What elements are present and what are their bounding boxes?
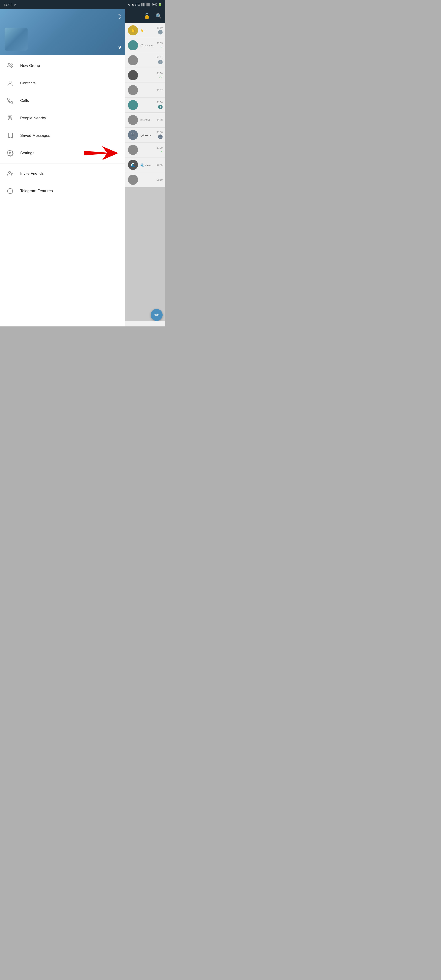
chat-time: 13:39: [157, 26, 163, 29]
chat-meta: 13:22 ?: [157, 56, 163, 64]
sidebar-item-saved-messages[interactable]: Saved Messages: [0, 127, 125, 144]
chat-item[interactable]: BeeMedi... 11:39: [125, 113, 165, 127]
chat-badge: 3: [158, 105, 163, 109]
chat-info: مصطفی: [140, 133, 155, 137]
sidebar-item-calls[interactable]: Calls: [0, 92, 125, 110]
avatar: 🌊: [128, 160, 138, 170]
chat-meta: 10:45: [157, 164, 163, 166]
svg-point-1: [11, 64, 13, 65]
avatar: [128, 100, 138, 110]
chat-time: 11:57: [157, 89, 163, 91]
chat-item[interactable]: 🌊 🌊 پنجث 10:45: [125, 158, 165, 172]
people-nearby-label: People Nearby: [20, 116, 46, 121]
saved-messages-label: Saved Messages: [20, 133, 50, 138]
chat-info: 👆 ...: [140, 29, 155, 32]
chat-info: 🌊 پنجث: [140, 163, 155, 167]
chat-time: 13:33: [157, 42, 163, 45]
avatar: [128, 115, 138, 125]
chat-time: 09:59: [157, 179, 163, 181]
avatar: [5, 28, 27, 51]
calls-label: Calls: [20, 99, 29, 103]
chat-info: سه هفته دیگ: [140, 44, 155, 47]
chat-item[interactable]: 13:22 ?: [125, 53, 165, 68]
chat-meta: 11:57: [157, 89, 163, 91]
app-container: ☽ ∨ New Group: [0, 9, 165, 326]
avatar: [128, 85, 138, 95]
chat-panel-header: 🔓 🔍: [125, 9, 165, 23]
avatar: 11: [128, 130, 138, 140]
chat-preview: سه هفته دیگ: [140, 44, 155, 47]
chat-info: BeeMedi...: [140, 119, 155, 121]
moon-icon[interactable]: ☽: [116, 13, 122, 21]
settings-icon: [5, 148, 15, 158]
svg-point-3: [9, 116, 11, 118]
chat-badge: ?: [158, 60, 163, 64]
chat-item[interactable]: 11:57: [125, 83, 165, 98]
chevron-down-icon[interactable]: ∨: [118, 45, 122, 51]
telegram-features-icon: [5, 186, 15, 196]
chat-time: 13:22: [157, 56, 163, 59]
chat-time: 11:29: [157, 147, 163, 149]
chat-item[interactable]: 👆 👆 ... 13:39: [125, 23, 165, 38]
status-bar: 14:02 ✔ ⊙ ◉ LTE1 ▌▌ ▌▌ 46% 🔋: [0, 0, 165, 9]
telegram-features-label: Telegram Features: [20, 189, 53, 193]
avatar: 👆: [128, 25, 138, 35]
svg-marker-6: [84, 146, 118, 160]
avatar: [128, 70, 138, 80]
status-time: 14:02: [4, 3, 13, 7]
settings-label: Settings: [20, 151, 34, 155]
chat-time: 11:39: [157, 119, 163, 121]
battery-icon: 🔋: [158, 3, 162, 6]
chat-time: 11:56: [157, 101, 163, 104]
chat-meta: 13:39: [157, 26, 163, 35]
sidebar-item-settings[interactable]: Settings: [0, 144, 125, 162]
search-icon[interactable]: 🔍: [155, 13, 162, 19]
sidebar-item-people-nearby[interactable]: People Nearby: [0, 110, 125, 127]
sidebar-item-new-group[interactable]: New Group: [0, 57, 125, 75]
signal-icon2: ▌▌: [146, 3, 151, 6]
compose-fab[interactable]: ✏: [151, 309, 163, 321]
lte-icon: LTE1: [135, 3, 140, 6]
contacts-label: Contacts: [20, 81, 36, 86]
chat-item[interactable]: 11:29 ✓: [125, 143, 165, 158]
chat-badge: 11: [158, 134, 163, 139]
chat-meta: 11:36 11: [157, 131, 163, 139]
chat-time: 10:45: [157, 164, 163, 166]
chat-item[interactable]: 09:59: [125, 172, 165, 187]
svg-point-7: [8, 172, 11, 173]
status-check: ✔: [14, 3, 17, 6]
chat-meta: 11:56 3: [157, 101, 163, 109]
sidebar-item-telegram-features[interactable]: Telegram Features: [0, 182, 125, 200]
svg-point-2: [9, 81, 11, 83]
vpn-icon: ⊙: [128, 3, 130, 6]
chat-preview: 👆 ...: [140, 29, 155, 32]
invite-friends-label: Invite Friends: [20, 171, 44, 176]
contacts-icon: [5, 79, 15, 88]
people-nearby-icon: [5, 114, 15, 123]
chat-item[interactable]: 11 مصطفی 11:36 11: [125, 127, 165, 143]
chat-panel: 🔓 🔍 👆 👆 ... 13:39 سه هفته دی: [125, 9, 165, 326]
saved-messages-icon: [5, 131, 15, 140]
chat-badge: [158, 30, 163, 35]
chat-item[interactable]: 11:58 ✓✓: [125, 68, 165, 83]
chat-time: 11:36: [157, 131, 163, 134]
lock-icon[interactable]: 🔓: [144, 13, 150, 19]
group-icon: [5, 61, 15, 70]
chat-meta: 11:58 ✓✓: [157, 72, 163, 78]
chat-meta: 09:59: [157, 179, 163, 181]
settings-arrow-annotation: [81, 146, 118, 160]
chat-meta: 11:39: [157, 119, 163, 121]
chat-item[interactable]: سه هفته دیگ 13:33 ✓: [125, 38, 165, 53]
chat-item[interactable]: 11:56 3: [125, 98, 165, 113]
sidebar-item-invite-friends[interactable]: Invite Friends: [0, 165, 125, 182]
invite-friends-icon: [5, 169, 15, 178]
sidebar-item-contacts[interactable]: Contacts: [0, 75, 125, 92]
battery-level: 46%: [152, 3, 157, 6]
chat-name: 🌊 پنجث: [140, 163, 155, 167]
svg-point-5: [9, 152, 11, 154]
chat-preview: BeeMedi...: [140, 119, 155, 121]
chat-meta: 13:33 ✓: [157, 42, 163, 49]
chat-time: 11:58: [157, 72, 163, 75]
chat-meta: 11:29 ✓: [157, 147, 163, 153]
calls-icon: [5, 96, 15, 105]
